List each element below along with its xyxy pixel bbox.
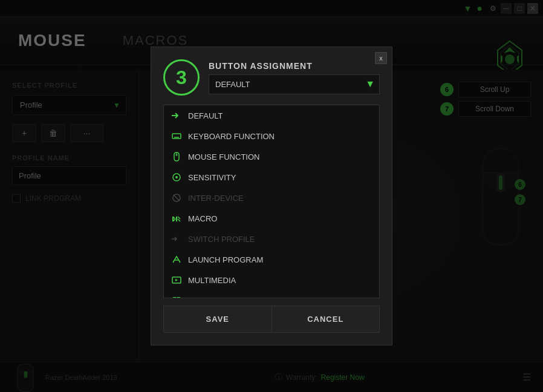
svg-marker-26 [175, 279, 178, 281]
switch-profile-icon [171, 234, 182, 244]
windows8-icon [171, 295, 182, 298]
assignment-dropdown-wrapper: DEFAULT ▼ [209, 74, 380, 94]
menu-item-keyboard[interactable]: KEYBOARD FUNCTION [164, 126, 379, 146]
mouse-icon [171, 151, 182, 162]
dialog-close-button[interactable]: x [375, 52, 387, 64]
keyboard-icon [171, 131, 182, 142]
macro-icon [171, 213, 182, 224]
dropdown-menu: DEFAULT KEYBOARD FUNCTION [163, 105, 380, 298]
menu-item-default[interactable]: DEFAULT [164, 105, 379, 126]
svg-rect-28 [177, 297, 181, 298]
svg-rect-27 [173, 297, 177, 298]
menu-item-switch-profile: SWITCH PROFILE [164, 229, 379, 249]
svg-line-24 [178, 219, 180, 221]
save-button[interactable]: SAVE [163, 305, 272, 333]
menu-item-mouse[interactable]: MOUSE FUNCTION [164, 146, 379, 167]
assignment-dropdown[interactable]: DEFAULT [209, 74, 380, 94]
svg-rect-8 [172, 134, 181, 139]
menu-item-launch-program[interactable]: LAUNCH PROGRAM [164, 249, 379, 270]
dialog-title: BUTTON ASSIGNMENT [209, 61, 380, 71]
modal-overlay: x 3 BUTTON ASSIGNMENT DEFAULT ▼ [0, 0, 543, 392]
cancel-button[interactable]: CANCEL [272, 305, 380, 333]
inter-device-icon [171, 192, 182, 203]
dialog-header: 3 BUTTON ASSIGNMENT DEFAULT ▼ [163, 59, 380, 96]
arrow-left-icon [171, 110, 182, 121]
menu-item-multimedia[interactable]: MULTIMEDIA [164, 270, 379, 290]
dialog-footer: SAVE CANCEL [163, 305, 380, 333]
menu-item-sensitivity[interactable]: SENSITIVITY [164, 167, 379, 188]
menu-item-windows8charms[interactable]: WINDOWS 8 CHARMS [164, 290, 379, 298]
launch-icon [171, 254, 182, 265]
multimedia-icon [171, 275, 182, 286]
svg-point-16 [175, 176, 178, 178]
button-assignment-dialog: x 3 BUTTON ASSIGNMENT DEFAULT ▼ [151, 47, 392, 345]
menu-item-macro[interactable]: MACRO [164, 208, 379, 229]
svg-line-18 [174, 195, 180, 201]
button-number-circle: 3 [163, 59, 200, 96]
menu-item-inter-device: INTER-DEVICE [164, 188, 379, 208]
svg-rect-14 [176, 154, 178, 156]
svg-line-23 [178, 217, 180, 219]
sensitivity-icon [171, 172, 182, 183]
